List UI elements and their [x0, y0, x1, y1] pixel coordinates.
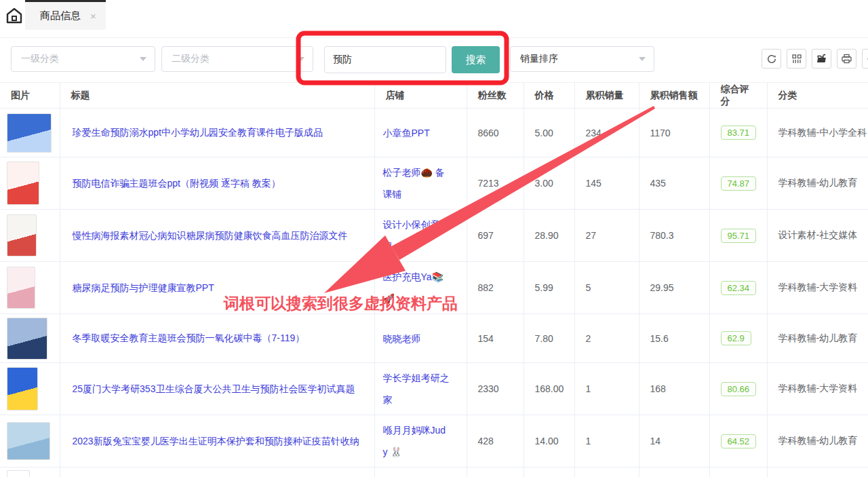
fans-count: 154 — [467, 314, 524, 363]
shop-link[interactable]: 学长学姐考研之家 — [383, 373, 450, 405]
price: 7.80 — [524, 314, 574, 363]
product-title-link[interactable]: 2023新版兔宝宝婴儿医学出生证明本保护套和预防接种证疫苗针收纳 — [73, 436, 359, 446]
column-header: 店铺 — [374, 83, 467, 109]
tab-product-info[interactable]: 商品信息 × — [25, 0, 106, 30]
column-header: 价格 — [524, 83, 574, 109]
column-header: 标题 — [60, 83, 374, 109]
product-thumbnail[interactable] — [7, 113, 52, 153]
price: 5.00 — [524, 109, 574, 157]
cumulative-sales: 2 — [574, 314, 639, 363]
product-title-link[interactable]: 25厦门大学考研353卫生综合厦大公共卫生与预防社会医学初试真题 — [73, 383, 355, 394]
product-thumbnail[interactable] — [7, 367, 38, 411]
secondary-category-select[interactable]: 二级分类 — [161, 46, 313, 72]
more-button[interactable] — [862, 49, 868, 69]
category: 学科教辅-大学资料 — [767, 262, 868, 314]
secondary-category-placeholder: 二级分类 — [172, 53, 210, 65]
columns-button[interactable] — [787, 49, 806, 69]
fans-count: 428 — [467, 415, 524, 468]
score-badge: 80.66 — [721, 382, 757, 396]
close-icon[interactable]: × — [90, 11, 96, 21]
score-badge: 83.71 — [721, 126, 757, 140]
cumulative-sales-amount: 1170 — [639, 109, 709, 157]
category: 学科教辅-幼儿教育 — [767, 415, 868, 468]
shop-link[interactable]: 喺月月妈咪Judy 🐰 — [383, 425, 446, 457]
price: 3.00 — [524, 157, 574, 210]
product-thumbnail[interactable] — [7, 267, 35, 309]
export-icon — [816, 53, 827, 64]
cumulative-sales-amount: 29.95 — [639, 262, 709, 314]
product-title-link[interactable]: 预防电信诈骗主题班会ppt（附视频 逐字稿 教案） — [73, 178, 281, 189]
score-badge: 62.34 — [721, 281, 757, 295]
column-header: 图片 — [0, 83, 60, 109]
shop-link[interactable]: 小章鱼PPT — [383, 128, 430, 138]
product-thumbnail[interactable] — [7, 470, 30, 477]
table-row: 慢性病海报素材冠心病知识糖尿病预防健康饮食高血压防治源文件设计小保创意标识697… — [0, 210, 868, 262]
score-badge: 74.87 — [721, 176, 757, 191]
table-row: 25厦门大学考研353卫生综合厦大公共卫生与预防社会医学初试真题学长学姐考研之家… — [0, 363, 868, 415]
refresh-button[interactable] — [762, 49, 781, 69]
table-row: 珍爱生命预防溺水ppt中小学幼儿园安全教育课件电子版成品小章鱼PPT86605.… — [0, 109, 868, 157]
product-thumbnail[interactable] — [7, 422, 50, 460]
cumulative-sales: 0 — [574, 468, 639, 477]
cumulative-sales-amount: 168 — [639, 363, 709, 415]
product-thumbnail[interactable] — [7, 214, 37, 256]
columns-icon — [791, 54, 802, 64]
tab-label: 商品信息 — [40, 9, 81, 22]
product-title-link[interactable]: 糖尿病足预防与护理健康宣教PPT — [73, 282, 214, 293]
table-body: 珍爱生命预防溺水ppt中小学幼儿园安全教育课件电子版成品小章鱼PPT86605.… — [0, 109, 868, 477]
price: 2.00 — [524, 468, 574, 477]
fans-count: 2330 — [467, 363, 524, 415]
product-table: 图片标题店铺粉丝数价格累积销量累积销售额综合评分分类 珍爱生命预防溺水ppt中小… — [0, 82, 868, 477]
category: 学科教辅-幼儿教育 — [767, 314, 868, 363]
cumulative-sales: 5 — [574, 262, 639, 314]
fans-count: 8660 — [467, 109, 524, 157]
table-header-row: 图片标题店铺粉丝数价格累积销量累积销售额综合评分分类 — [0, 83, 868, 109]
cumulative-sales: 1 — [574, 415, 639, 468]
fans-count: 697 — [467, 210, 524, 262]
product-thumbnail[interactable] — [7, 161, 39, 205]
home-icon[interactable] — [5, 7, 23, 24]
cumulative-sales: 27 — [574, 210, 639, 262]
category: 设计素材-社交媒体 — [767, 210, 868, 262]
shop-link[interactable]: 医护充电Ya📚 🚀 — [383, 271, 444, 304]
search-button[interactable]: 搜索 — [452, 46, 500, 73]
table-row: 冬季取暖安全教育主题班会预防一氧化碳中毒（7-119）晓晓老师1547.8021… — [0, 314, 868, 363]
category: 学科教辅-中小学全科 — [767, 109, 868, 157]
score-badge: 62.9 — [721, 331, 751, 345]
table-row: 预防医学 大学期末考试复习笔记知识点总结题库电子版华华资料库25272.0000… — [0, 468, 868, 477]
cumulative-sales-amount: 780.3 — [639, 210, 709, 262]
product-thumbnail[interactable] — [7, 318, 47, 360]
table-row: 糖尿病足预防与护理健康宣教PPT医护充电Ya📚 🚀8825.99529.9562… — [0, 262, 868, 314]
cumulative-sales-amount: 435 — [639, 157, 709, 210]
column-header: 累积销售额 — [639, 83, 709, 109]
price: 14.00 — [524, 415, 574, 468]
product-title-link[interactable]: 珍爱生命预防溺水ppt中小学幼儿园安全教育课件电子版成品 — [73, 127, 323, 138]
print-icon — [841, 53, 852, 64]
primary-category-select[interactable]: 一级分类 — [11, 46, 155, 72]
product-title-link[interactable]: 冬季取暖安全教育主题班会预防一氧化碳中毒（7-119） — [73, 332, 305, 343]
divider — [0, 37, 868, 38]
shop-link[interactable]: 设计小保创意标识 — [383, 219, 450, 252]
cumulative-sales: 145 — [574, 157, 639, 210]
shop-link[interactable]: 晓晓老师 — [383, 333, 421, 344]
fans-count: 882 — [467, 262, 524, 314]
price: 28.90 — [524, 210, 574, 262]
cumulative-sales: 1 — [574, 363, 639, 415]
category: 学科教辅-大学资料 — [767, 363, 868, 415]
sort-select-value: 销量排序 — [520, 53, 558, 65]
product-title-link[interactable]: 慢性病海报素材冠心病知识糖尿病预防健康饮食高血压防治源文件 — [73, 230, 348, 241]
table-row: 预防电信诈骗主题班会ppt（附视频 逐字稿 教案）松子老师🌰 备课铺72133.… — [0, 157, 868, 210]
export-button[interactable] — [812, 49, 831, 69]
table-row: 2023新版兔宝宝婴儿医学出生证明本保护套和预防接种证疫苗针收纳喺月月妈咪Jud… — [0, 415, 868, 468]
print-button[interactable] — [837, 49, 856, 69]
fans-count: 2527 — [467, 468, 524, 477]
search-input[interactable] — [324, 46, 446, 73]
cumulative-sales-amount: 14 — [639, 415, 709, 468]
cumulative-sales-amount: 15.6 — [639, 314, 709, 363]
cumulative-sales-amount: 0 — [639, 468, 709, 477]
shop-link[interactable]: 松子老师🌰 备课铺 — [383, 167, 445, 199]
price: 168.00 — [524, 363, 574, 415]
primary-category-placeholder: 一级分类 — [21, 53, 59, 65]
sort-select[interactable]: 销量排序 — [510, 46, 654, 72]
cumulative-sales: 234 — [574, 109, 639, 157]
